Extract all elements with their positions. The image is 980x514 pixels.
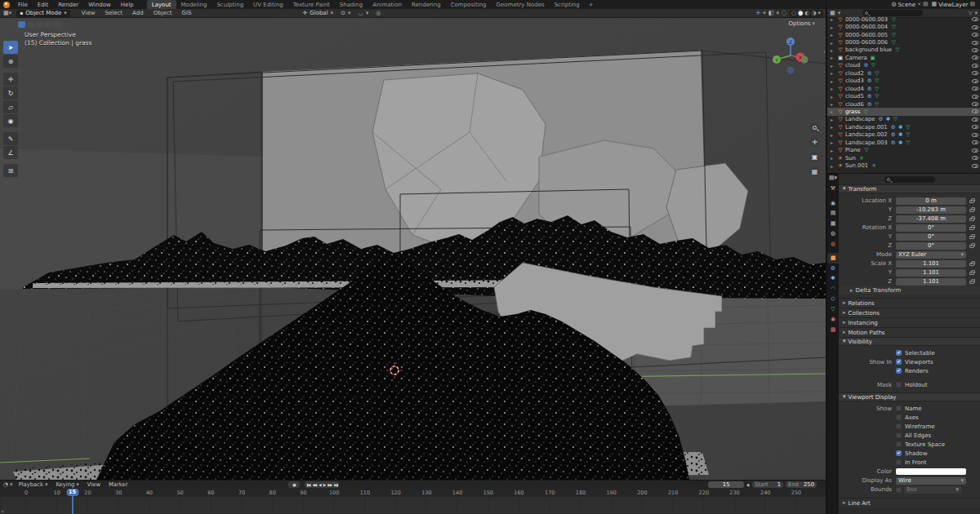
- add-workspace-button[interactable]: +: [585, 2, 598, 8]
- new-scene-icon[interactable]: [923, 2, 929, 7]
- eye-visibility-icon[interactable]: [972, 17, 978, 21]
- mode-dropdown[interactable]: Object Mode: [16, 10, 70, 17]
- pan-hand-icon[interactable]: [809, 137, 820, 148]
- editor-divider[interactable]: [826, 0, 826, 514]
- expand-arrow-icon[interactable]: ▸: [831, 109, 835, 114]
- object-name[interactable]: 0000-0600.004: [845, 24, 888, 30]
- outliner-editor-icon[interactable]: [830, 11, 835, 16]
- eye-visibility-icon[interactable]: [972, 125, 978, 129]
- particles-icon[interactable]: [898, 131, 904, 138]
- properties-editor-icon[interactable]: ▤▾: [827, 175, 839, 181]
- properties-tab[interactable]: ▽: [827, 304, 839, 315]
- new-view-layer-icon[interactable]: [969, 2, 975, 7]
- snap-caret-icon[interactable]: [366, 11, 369, 16]
- viewport-menu[interactable]: Object: [149, 10, 177, 16]
- properties-tab[interactable]: ◉: [827, 198, 839, 209]
- zoom-icon[interactable]: [809, 122, 820, 133]
- properties-tab[interactable]: ◇: [827, 294, 839, 304]
- value-field[interactable]: 1.101: [896, 269, 966, 277]
- checkbox[interactable]: [896, 423, 902, 429]
- modifier-wrench-icon[interactable]: [866, 78, 873, 84]
- object-name[interactable]: background blue: [845, 47, 892, 53]
- timeline-track[interactable]: »: [0, 497, 826, 514]
- workspace-tab[interactable]: Compositing: [446, 0, 492, 9]
- value-field[interactable]: 0 m: [896, 197, 966, 205]
- workspace-tab[interactable]: Modeling: [176, 0, 212, 9]
- expand-arrow-icon[interactable]: ▸: [831, 140, 835, 145]
- outliner-row[interactable]: ▸ grass: [827, 108, 980, 115]
- timeline-menu[interactable]: Keying: [51, 481, 82, 488]
- snap-magnet-icon[interactable]: [359, 11, 363, 16]
- blender-logo-icon[interactable]: [3, 2, 10, 8]
- object-name[interactable]: Sun.001: [845, 162, 868, 169]
- eye-visibility-icon[interactable]: [972, 41, 978, 45]
- properties-tab[interactable]: ▤: [827, 208, 839, 219]
- timeline-ruler[interactable]: 15 0102030405060708090100110120130140150…: [0, 489, 826, 497]
- orientation-dropdown[interactable]: Global: [310, 10, 327, 16]
- viewport-menu[interactable]: View: [77, 10, 100, 16]
- outliner-row[interactable]: ▸ cloud4: [827, 85, 980, 92]
- eye-visibility-icon[interactable]: [972, 102, 978, 106]
- collapsed-section-header[interactable]: Motion Paths: [839, 327, 980, 337]
- pivot-point-icon[interactable]: [341, 11, 345, 16]
- modifier-wrench-icon[interactable]: [866, 86, 873, 92]
- start-frame-field[interactable]: Start 1: [752, 481, 783, 488]
- transform-panel-header[interactable]: Transform: [839, 184, 980, 193]
- properties-tab[interactable]: ■: [827, 253, 839, 264]
- line-art-section-header[interactable]: Line Art: [839, 498, 980, 507]
- eye-visibility-icon[interactable]: [972, 71, 978, 75]
- lock-icon[interactable]: [969, 263, 974, 267]
- outliner-row[interactable]: ▸ Landscape.003: [827, 139, 980, 146]
- outliner-row[interactable]: ▸ Camera: [827, 54, 980, 61]
- checkbox[interactable]: [896, 450, 902, 456]
- outliner-row[interactable]: ▸ Landscape: [827, 116, 980, 123]
- object-name[interactable]: cloud3: [845, 78, 864, 84]
- object-name[interactable]: Landscape: [845, 116, 875, 122]
- outliner-row[interactable]: ▸ 0000-0600.006: [827, 38, 980, 46]
- object-name[interactable]: 0000-0600.003: [845, 16, 888, 23]
- eye-visibility-icon[interactable]: [972, 133, 978, 137]
- display-as-dropdown[interactable]: Wire: [896, 477, 966, 485]
- outliner-row[interactable]: ▸ cloud6: [827, 100, 980, 108]
- topbar-menu[interactable]: Render: [53, 2, 83, 8]
- object-name[interactable]: cloud4: [845, 86, 864, 92]
- viewport-menu[interactable]: Add: [127, 10, 149, 16]
- timeline-menu[interactable]: Marker: [105, 481, 132, 488]
- expand-arrow-icon[interactable]: ▸: [831, 132, 835, 138]
- workspace-tab[interactable]: Animation: [368, 0, 407, 9]
- expand-arrow-icon[interactable]: ▸: [831, 101, 835, 107]
- viewport-canvas[interactable]: [0, 18, 826, 480]
- outliner-row[interactable]: ▸ 0000-0600.003: [827, 16, 980, 23]
- bounds-checkbox[interactable]: [896, 487, 902, 493]
- viewport-display-panel-header[interactable]: Viewport Display: [839, 392, 980, 401]
- workspace-tab[interactable]: Scripting: [550, 0, 585, 9]
- workspace-tab[interactable]: Texture Paint: [288, 0, 335, 9]
- perspective-toggle-icon[interactable]: [809, 166, 820, 177]
- shading-solid-icon[interactable]: ●: [798, 10, 803, 16]
- auto-keying-record-icon[interactable]: ●: [288, 481, 300, 488]
- tool-button[interactable]: ▱: [3, 100, 18, 113]
- modifier-wrench-icon[interactable]: [890, 124, 897, 131]
- expand-arrow-icon[interactable]: ▸: [831, 78, 835, 84]
- lock-icon[interactable]: [969, 272, 974, 276]
- timeline-menu[interactable]: View: [83, 481, 105, 488]
- properties-tab[interactable]: ◍: [827, 228, 839, 239]
- scene-selector[interactable]: Scene: [892, 2, 929, 8]
- overlays-toggle-icon[interactable]: [768, 11, 774, 16]
- properties-tab[interactable]: ◉: [827, 314, 839, 325]
- topbar-menu[interactable]: Edit: [33, 2, 54, 8]
- tool-button[interactable]: ✎: [3, 132, 18, 145]
- play-icon[interactable]: ▶: [323, 483, 325, 487]
- topbar-menu[interactable]: Window: [83, 2, 116, 8]
- select-mode-new-icon[interactable]: [18, 21, 25, 28]
- expand-arrow-icon[interactable]: ▸: [831, 47, 835, 53]
- orientation-caret-icon[interactable]: [331, 11, 334, 16]
- outliner-row[interactable]: ▸ Sun: [827, 154, 980, 162]
- expand-arrow-icon[interactable]: ▸: [831, 63, 835, 69]
- checkbox[interactable]: [896, 382, 902, 388]
- object-name[interactable]: Sun: [845, 155, 856, 162]
- tool-button[interactable]: ↻: [3, 86, 18, 100]
- shading-rendered-icon[interactable]: ◑: [811, 10, 816, 16]
- checkbox[interactable]: [896, 432, 902, 438]
- shading-wireframe-icon[interactable]: ○: [791, 10, 796, 16]
